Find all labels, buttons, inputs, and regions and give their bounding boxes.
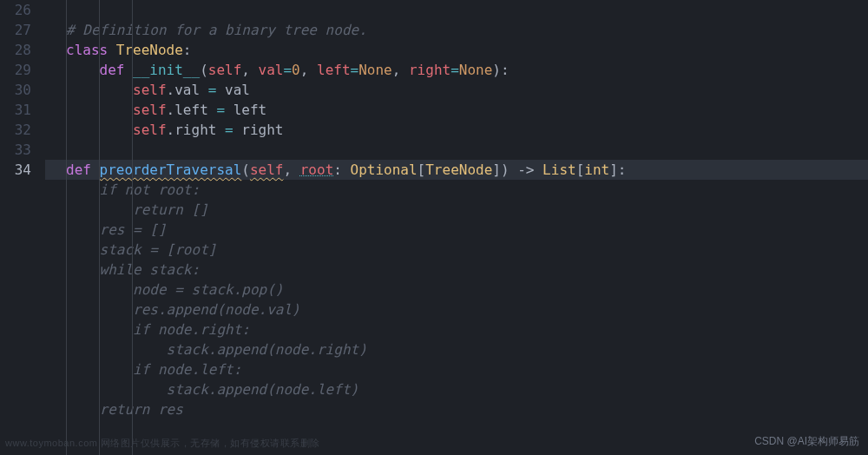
code-line[interactable]: def __init__(self, val=0, left=None, rig…	[66, 60, 868, 80]
line-number: 33	[0, 140, 31, 160]
line-number: 28	[0, 40, 31, 60]
line-number: 29	[0, 60, 31, 80]
line-number: 26	[0, 0, 31, 20]
line-number: 31	[0, 100, 31, 120]
code-line[interactable]: self.left = left	[66, 100, 868, 120]
code-line[interactable]	[66, 140, 868, 160]
watermark-text: CSDN @AI架构师易筋	[754, 432, 859, 452]
code-line[interactable]: self.val = val	[66, 80, 868, 100]
ghost-suggestion-line[interactable]: stack.append(node.left)	[66, 379, 868, 399]
ghost-suggestion-line[interactable]: if node.left:	[66, 359, 868, 379]
code-area[interactable]: # Definition for a binary tree node. cla…	[45, 0, 868, 455]
line-number-active: 34	[0, 160, 31, 180]
line-number-gutter: 26 27 28 29 30 31 32 33 34	[0, 0, 45, 455]
line-number: 32	[0, 120, 31, 140]
ghost-suggestion-line[interactable]: res.append(node.val)	[66, 300, 868, 320]
code-line[interactable]: self.right = right	[66, 120, 868, 140]
code-line[interactable]: class TreeNode:	[66, 40, 868, 60]
ghost-suggestion-line[interactable]: while stack:	[66, 260, 868, 280]
ghost-suggestion-line[interactable]: if not root:	[66, 180, 868, 200]
line-number: 27	[0, 20, 31, 40]
ghost-suggestion-line[interactable]: stack.append(node.right)	[66, 340, 868, 359]
ghost-suggestion-line[interactable]: res = []	[66, 220, 868, 240]
code-line[interactable]	[66, 0, 868, 20]
ghost-suggestion-line[interactable]: if node.right:	[66, 320, 868, 340]
ghost-suggestion-line[interactable]: return res	[66, 399, 868, 419]
code-line[interactable]: # Definition for a binary tree node.	[66, 20, 868, 40]
ghost-suggestion-line[interactable]: stack = [root]	[66, 240, 868, 260]
code-line-active[interactable]: def preorderTraversal(self, root: Option…	[66, 160, 868, 180]
ghost-suggestion-line[interactable]: return []	[66, 200, 868, 220]
ghost-suggestion-line[interactable]: node = stack.pop()	[66, 280, 868, 300]
line-number: 30	[0, 80, 31, 100]
code-editor[interactable]: 26 27 28 29 30 31 32 33 34 # Definition …	[0, 0, 868, 455]
watermark-text-secondary: www.toymoban.com 网络图片仅供展示，无存储，如有侵权请联系删除	[5, 433, 320, 453]
